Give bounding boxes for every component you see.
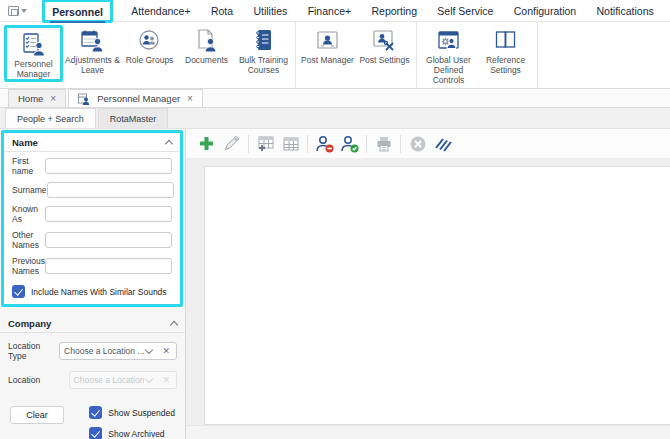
other-names-input[interactable] — [45, 232, 172, 248]
checkbox-label: Include Names With Similar Sounds — [31, 287, 167, 297]
rota-lines-button[interactable] — [430, 132, 455, 155]
known-as-input[interactable] — [45, 206, 172, 222]
add-record-button[interactable] — [194, 132, 219, 155]
ribbon-item-post-settings[interactable]: Post Settings — [356, 24, 413, 65]
cancel-icon — [409, 135, 427, 153]
menu-item-self-service[interactable]: Self Service — [435, 2, 495, 20]
menu-item-attendance[interactable]: Attendance+ — [129, 2, 192, 20]
ribbon-item-bulk-training[interactable]: Bulk Training Courses — [235, 24, 292, 75]
location-select: Choose a Location ✕ — [69, 371, 177, 389]
grid-add-button[interactable] — [253, 132, 278, 155]
tab-personnel-manager[interactable]: Personnel Manager × — [68, 89, 203, 107]
documents-icon — [178, 27, 235, 55]
select-value: Choose a Location — [74, 375, 145, 385]
ribbon-label: Global User Defined Controls — [420, 55, 477, 86]
results-grid[interactable] — [204, 166, 670, 425]
personnel-manager-icon — [7, 31, 60, 59]
location-type-select[interactable]: Choose a Location ... ✕ — [59, 342, 177, 360]
menu-item-notifications[interactable]: Notifications — [595, 2, 656, 20]
grid-button[interactable] — [278, 132, 303, 155]
diagonal-lines-icon — [434, 135, 452, 153]
filter-checkboxes: Show Suspended Show Archived — [89, 406, 175, 439]
collapse-chevron-icon[interactable] — [170, 321, 178, 329]
tab-home[interactable]: Home × — [8, 89, 66, 107]
tab-label: Home — [18, 93, 43, 104]
field-row-first-name: First name — [4, 154, 180, 178]
search-panel: Name First name Surname Known As Other N… — [0, 129, 186, 439]
company-section-header[interactable]: Company — [0, 312, 185, 333]
close-icon[interactable]: × — [50, 94, 56, 104]
print-icon — [375, 135, 393, 153]
menu-item-reporting[interactable]: Reporting — [369, 2, 419, 20]
show-archived-checkbox[interactable] — [89, 427, 102, 439]
app-menu-button[interactable] — [0, 6, 34, 16]
ribbon-item-post-manager[interactable]: Post Manager — [299, 24, 356, 65]
reference-settings-icon — [477, 27, 534, 55]
app-window-icon — [8, 6, 19, 16]
menu-item-configuration[interactable]: Configuration — [512, 2, 578, 20]
surname-input[interactable] — [47, 182, 174, 198]
suspend-user-button[interactable] — [312, 132, 337, 155]
field-label: Location Type — [8, 341, 59, 361]
subtab-people-search[interactable]: People + Search — [5, 108, 96, 128]
main-area — [186, 129, 670, 439]
field-label: Other Names — [12, 230, 45, 250]
show-suspended-checkbox[interactable] — [89, 406, 102, 419]
menu-item-rota[interactable]: Rota — [209, 2, 235, 20]
status-strip — [186, 425, 670, 439]
field-label: Previous Names — [12, 256, 45, 276]
field-label: First name — [12, 156, 45, 176]
edit-record-button[interactable] — [219, 132, 244, 155]
name-section-header[interactable]: Name — [4, 133, 180, 152]
ribbon-item-adjustments-leave[interactable]: Adjustments & Leave — [64, 24, 121, 75]
field-row-previous-names: Previous Names — [4, 254, 180, 278]
first-name-input[interactable] — [45, 158, 172, 174]
cancel-button[interactable] — [405, 132, 430, 155]
ribbon-item-documents[interactable]: Documents — [178, 24, 235, 65]
collapse-chevron-icon[interactable] — [165, 140, 173, 148]
print-button[interactable] — [371, 132, 396, 155]
section-title: Name — [12, 137, 38, 148]
ribbon-label: Documents — [178, 55, 235, 65]
content-area: Name First name Surname Known As Other N… — [0, 129, 670, 439]
ribbon-label: Post Manager — [299, 55, 356, 65]
field-row-known-as: Known As — [4, 202, 180, 226]
ribbon-group-posts: Post Manager Post Settings — [296, 22, 417, 88]
clear-button[interactable]: Clear — [10, 406, 64, 424]
activate-user-button[interactable] — [337, 132, 362, 155]
ribbon-label: Role Groups — [121, 55, 178, 65]
user-suspend-icon — [315, 135, 334, 153]
location-row: Location Choose a Location ✕ — [0, 368, 185, 392]
name-section-highlight: Name First name Surname Known As Other N… — [1, 130, 183, 307]
previous-names-input[interactable] — [45, 258, 172, 274]
chevron-down-icon — [145, 374, 153, 382]
subtab-label: People + Search — [17, 114, 84, 124]
personnel-manager-tab-icon — [78, 93, 90, 105]
ribbon-label: Reference Settings — [477, 55, 534, 75]
personnel-manager-highlight: Personnel Manager — [4, 25, 63, 82]
toolbar-separator — [248, 135, 249, 153]
post-manager-icon — [299, 27, 356, 55]
clear-selection-icon[interactable]: ✕ — [160, 346, 172, 356]
menu-item-finance[interactable]: Finance+ — [306, 2, 354, 20]
similar-sounds-row: Include Names With Similar Sounds — [4, 278, 180, 304]
actions-row: Clear Show Suspended Show Archived — [0, 392, 185, 439]
location-type-row: Location Type Choose a Location ... ✕ — [0, 338, 185, 364]
field-label: Surname — [12, 185, 47, 195]
ribbon-item-role-groups[interactable]: Role Groups — [121, 24, 178, 65]
menu-item-personnel[interactable]: Personnel — [50, 3, 105, 23]
show-archived-row: Show Archived — [89, 427, 175, 439]
chevron-down-icon[interactable] — [145, 345, 153, 353]
ribbon-item-reference-settings[interactable]: Reference Settings — [477, 24, 534, 75]
section-title: Company — [8, 318, 51, 329]
similar-sounds-checkbox[interactable] — [12, 285, 25, 298]
user-activate-icon — [340, 135, 359, 153]
ribbon-item-global-udc[interactable]: Global User Defined Controls — [420, 24, 477, 86]
document-tab-bar: Home × Personnel Manager × — [0, 89, 670, 108]
ribbon-item-personnel-manager[interactable]: Personnel Manager — [7, 28, 60, 79]
ribbon-spacer — [538, 22, 670, 88]
menu-item-utilities[interactable]: Utilities — [251, 2, 289, 20]
subtab-rotamaster[interactable]: RotaMaster — [98, 108, 169, 128]
close-icon[interactable]: × — [187, 94, 193, 104]
ribbon-label: Personnel Manager — [7, 59, 60, 79]
